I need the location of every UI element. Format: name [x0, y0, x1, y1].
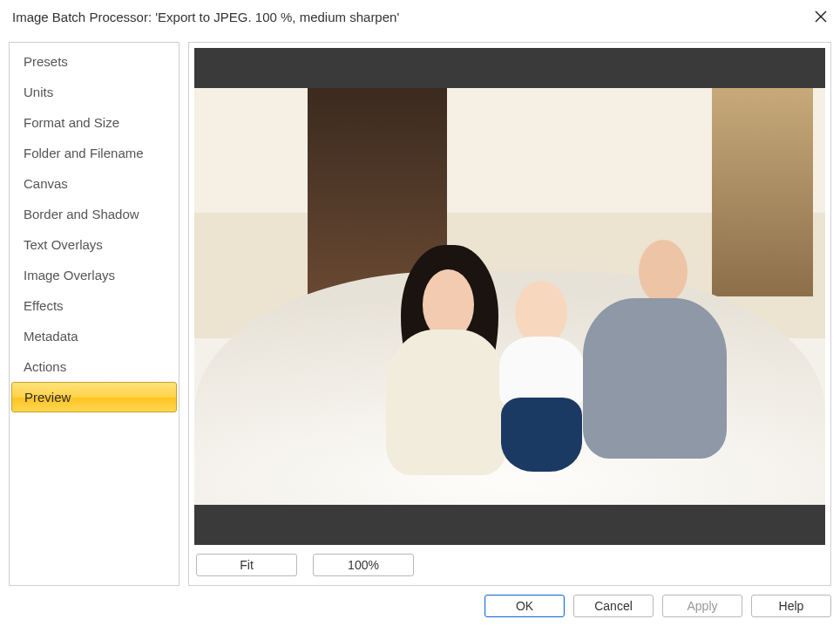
- zoom-100-button[interactable]: 100%: [313, 554, 414, 576]
- main-area: Presets Units Format and Size Folder and…: [0, 33, 840, 589]
- window-title: Image Batch Processor: 'Export to JPEG. …: [12, 10, 399, 24]
- sidebar-item-canvas[interactable]: Canvas: [10, 168, 179, 199]
- preview-area[interactable]: [194, 48, 825, 545]
- content-panel: Fit 100%: [188, 42, 831, 586]
- titlebar: Image Batch Processor: 'Export to JPEG. …: [0, 0, 840, 33]
- preview-illustration: [194, 88, 825, 506]
- zoom-fit-button[interactable]: Fit: [196, 554, 297, 576]
- sidebar-item-units[interactable]: Units: [10, 77, 179, 107]
- sidebar-item-format-and-size[interactable]: Format and Size: [10, 107, 179, 138]
- sidebar-item-image-overlays[interactable]: Image Overlays: [10, 260, 179, 290]
- sidebar-item-border-and-shadow[interactable]: Border and Shadow: [10, 199, 179, 229]
- cancel-button[interactable]: Cancel: [573, 595, 654, 617]
- apply-button: Apply: [662, 595, 742, 617]
- sidebar-item-preview[interactable]: Preview: [11, 382, 177, 412]
- sidebar-item-actions[interactable]: Actions: [10, 351, 179, 382]
- close-icon: [815, 10, 827, 23]
- sidebar: Presets Units Format and Size Folder and…: [9, 42, 180, 586]
- preview-image: [194, 88, 825, 506]
- close-button[interactable]: [802, 0, 840, 33]
- sidebar-item-presets[interactable]: Presets: [10, 46, 179, 77]
- footer: OK Cancel Apply Help: [0, 589, 840, 626]
- sidebar-item-metadata[interactable]: Metadata: [10, 321, 179, 351]
- help-button[interactable]: Help: [751, 595, 831, 617]
- sidebar-item-effects[interactable]: Effects: [10, 290, 179, 321]
- sidebar-item-text-overlays[interactable]: Text Overlays: [10, 229, 179, 260]
- ok-button[interactable]: OK: [484, 595, 565, 617]
- zoom-buttons: Fit 100%: [194, 545, 825, 580]
- sidebar-item-folder-and-filename[interactable]: Folder and Filename: [10, 138, 179, 168]
